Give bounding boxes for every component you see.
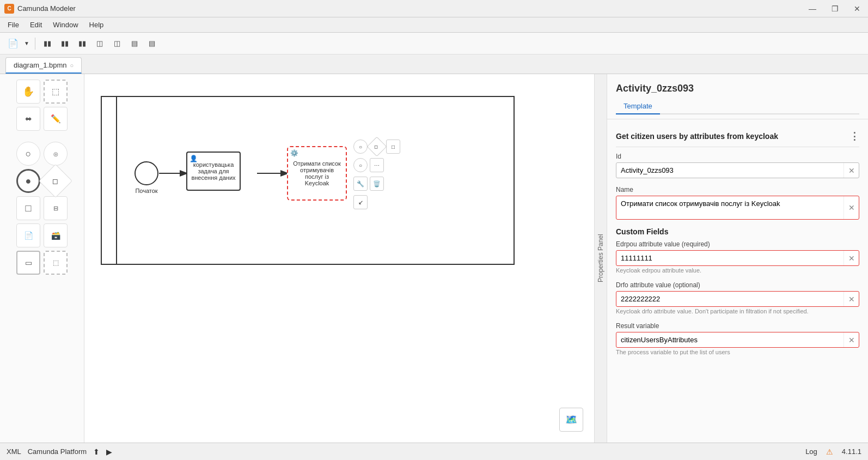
bpmn-diagram: Початок 👤 користувацька задача для внесе…	[101, 96, 515, 265]
app-title: Camunda Modeler	[17, 4, 76, 13]
edrpou-input[interactable]	[616, 251, 843, 265]
ctx-square[interactable]: □	[386, 140, 400, 154]
connect-tool[interactable]: ⬌	[16, 107, 40, 131]
start-event-label: Початок	[129, 187, 164, 194]
tool-row-4: ● ◇	[4, 169, 80, 193]
space-button[interactable]: ▤	[127, 36, 142, 51]
menu-window[interactable]: Window	[48, 20, 82, 30]
tool-row-1: ✋ ⬚	[4, 80, 80, 104]
canvas-inner: Початок 👤 користувацька задача для внесе…	[84, 74, 594, 443]
drfo-label: Drfo attribute value (optional)	[616, 281, 859, 289]
name-input[interactable]: Отримати список отримувачів послуг із Ke…	[616, 196, 843, 219]
user-task[interactable]: 👤 користувацька задача для внесення дани…	[186, 152, 241, 191]
tool-panel: ✋ ⬚ ⬌ ✏️ ○ ◎ ● ◇ □ ⊟ 📄 🗃️ ▭ ⬚	[0, 74, 84, 443]
minimize-button[interactable]: —	[805, 3, 820, 14]
minimap-button[interactable]: 🗺️	[559, 408, 583, 432]
align-left-button[interactable]: ▮▮	[40, 36, 55, 51]
close-button[interactable]: ✕	[851, 3, 864, 14]
diagram-tab[interactable]: diagram_1.bpmn ○	[5, 57, 82, 74]
maximize-button[interactable]: ❐	[828, 3, 842, 14]
tool-row-6: 📄 🗃️	[4, 223, 80, 247]
canvas[interactable]: Початок 👤 користувацька задача для внесе…	[84, 74, 594, 443]
ctx-diamond[interactable]: ◇	[367, 137, 387, 157]
ctx-circle[interactable]: ○	[353, 140, 368, 154]
edrpou-label: Edrpou attribute value (required)	[616, 240, 859, 248]
result-clear-button[interactable]: ✕	[843, 332, 859, 347]
pool-tool[interactable]: ▭	[16, 251, 40, 275]
name-clear-button[interactable]: ✕	[843, 196, 859, 219]
new-dropdown-button[interactable]: ▼	[23, 36, 30, 51]
ctx-wrench[interactable]: 🔧	[353, 177, 368, 191]
app-icon: C	[4, 4, 14, 14]
align-right-button[interactable]: ▮▮	[75, 36, 90, 51]
ctx-dots[interactable]: ⋯	[370, 158, 384, 172]
tool-row-7: ▭ ⬚	[4, 251, 80, 275]
end-event-tool[interactable]: ●	[16, 169, 40, 193]
menu-help[interactable]: Help	[85, 20, 108, 30]
start-event[interactable]: Початок	[135, 161, 158, 185]
prop-divider-1	[607, 119, 868, 119]
menu-file[interactable]: File	[3, 20, 23, 30]
distribute-v-button[interactable]: ◫	[109, 36, 125, 51]
edrpou-clear-button[interactable]: ✕	[843, 251, 859, 265]
tab-label: diagram_1.bpmn	[14, 61, 67, 69]
gateway-tool[interactable]: ◇	[39, 164, 72, 198]
id-label: Id	[616, 153, 859, 160]
prop-element-id: Activity_0zzs093	[616, 83, 859, 94]
group-tool[interactable]: ⬚	[44, 251, 68, 275]
task-tool[interactable]: □	[16, 196, 40, 220]
ctx-arrow[interactable]: ↙	[353, 195, 368, 209]
intermediate-event-tool[interactable]: ◎	[44, 142, 68, 166]
result-input[interactable]	[616, 332, 843, 347]
data-store-tool[interactable]: 🗃️	[44, 223, 68, 247]
new-file-button[interactable]: 📄	[5, 36, 21, 51]
edrpou-hint: Keycloak edrpou attribute value.	[616, 267, 859, 274]
warning-icon: ⚠	[826, 447, 833, 456]
drfo-clear-button[interactable]: ✕	[843, 292, 859, 306]
ctx-circle2[interactable]: ○	[353, 158, 368, 172]
menu-edit[interactable]: Edit	[26, 20, 46, 30]
distribute-h-button[interactable]: ◫	[92, 36, 107, 51]
id-input[interactable]	[616, 163, 843, 178]
id-input-wrap: ✕	[616, 162, 859, 178]
start-event-tool[interactable]: ○	[16, 142, 40, 166]
drfo-input[interactable]	[616, 292, 843, 306]
version-label: 4.11.1	[842, 447, 861, 456]
titlebar-controls: — ❐ ✕	[805, 3, 864, 14]
id-clear-button[interactable]: ✕	[843, 163, 859, 178]
lane-label	[102, 97, 117, 264]
service-task-label: Отримати список отримувачів послуг із Ke…	[292, 160, 341, 186]
properties-panel-vertical-label: Properties Panel	[594, 74, 607, 443]
id-field: Id ✕	[616, 153, 859, 178]
tab-template[interactable]: Template	[616, 99, 660, 114]
main-area: ✋ ⬚ ⬌ ✏️ ○ ◎ ● ◇ □ ⊟ 📄 🗃️ ▭ ⬚	[0, 74, 868, 443]
result-input-wrap: ✕	[616, 332, 859, 348]
hand-tool[interactable]: ✋	[16, 80, 40, 104]
result-label: Result variable	[616, 322, 859, 330]
ctx-delete[interactable]: 🗑️	[370, 177, 384, 191]
run-button[interactable]: ▶	[106, 447, 112, 456]
prop-divider-2	[616, 147, 859, 147]
custom-fields-title: Custom Fields	[616, 227, 859, 236]
align-center-button[interactable]: ▮▮	[57, 36, 72, 51]
text-annotation-tool[interactable]: 📄	[16, 223, 40, 247]
context-tools: ○ ◇ □ ○ ⋯ 🔧 🗑️ ↙	[353, 140, 400, 209]
drfo-hint: Keycloak drfo attribute value. Don't par…	[616, 308, 859, 314]
name-field: Name Отримати список отримувачів послуг …	[616, 186, 859, 220]
subprocess-tool[interactable]: ⊟	[44, 196, 68, 220]
properties-panel-wrapper: Properties Panel Activity_0zzs093 Templa…	[594, 74, 868, 443]
edit-tool[interactable]: ✏️	[44, 107, 68, 131]
drfo-field: Drfo attribute value (optional) ✕ Keyclo…	[616, 281, 859, 314]
align-bottom-button[interactable]: ▤	[144, 36, 160, 51]
tab-close-button[interactable]: ○	[70, 62, 74, 69]
xml-button[interactable]: XML	[7, 447, 21, 456]
service-task[interactable]: ⚙️ Отримати список отримувачів послуг із…	[287, 146, 347, 201]
upload-button[interactable]: ⬆	[93, 447, 100, 456]
tool-row-5: □ ⊟	[4, 196, 80, 220]
lasso-tool[interactable]: ⬚	[44, 80, 68, 104]
titlebar: C Camunda Modeler — ❐ ✕	[0, 0, 868, 17]
log-button[interactable]: Log	[805, 447, 817, 456]
properties-panel: Activity_0zzs093 Template Get citizen us…	[607, 74, 868, 443]
section-options-button[interactable]: ⋮	[849, 130, 859, 142]
drfo-input-wrap: ✕	[616, 291, 859, 307]
